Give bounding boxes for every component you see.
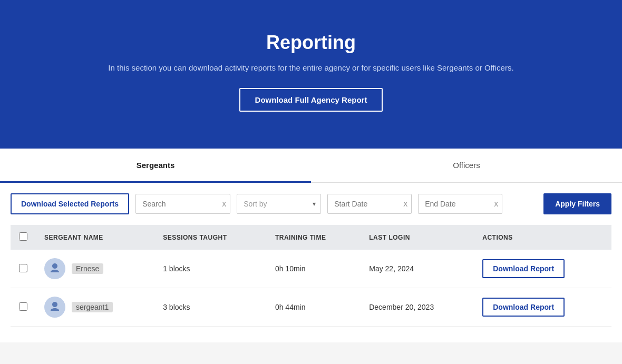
officer-icon [48,301,61,313]
row-actions-cell: Download Report [474,288,611,327]
row-checkbox-cell [11,250,36,288]
hero-section: Reporting In this section you can downlo… [0,0,622,149]
officer-name: sergeant1 [72,302,113,312]
row-last-login-cell: December 20, 2023 [361,288,474,327]
sort-by-select[interactable]: Sort by [237,194,321,214]
header-sergeant-name: Sergeant Name [36,225,154,250]
header-select [11,225,36,250]
header-actions: Actions [474,225,611,250]
download-full-agency-report-button[interactable]: Download Full Agency Report [239,88,383,112]
tab-officers[interactable]: Officers [311,149,622,183]
table-row: Ernese 1 blocks 0h 10min May 22, 2024 Do… [11,250,611,288]
download-selected-reports-button[interactable]: Download Selected Reports [11,193,129,214]
hero-subtitle: In this section you can download activit… [21,63,601,72]
search-clear-button[interactable]: x [222,200,226,208]
officer-name: Ernese [72,263,103,274]
main-content: Sergeants Officers Download Selected Rep… [0,149,622,342]
end-date-clear-button[interactable]: x [494,200,498,208]
start-date-wrapper: x [327,194,412,214]
table-row: sergeant1 3 blocks 0h 44min December 20,… [11,288,611,327]
download-report-button-1[interactable]: Download Report [482,298,565,317]
toolbar: Download Selected Reports x Sort by ▾ x … [0,183,622,225]
row-training-cell: 0h 44min [267,288,361,327]
row-training-cell: 0h 10min [267,250,361,288]
search-input[interactable] [135,194,230,214]
sort-wrapper: Sort by ▾ [237,194,321,214]
page-title: Reporting [21,32,601,54]
header-sessions-taught: Sessions Taught [154,225,267,250]
download-report-button-0[interactable]: Download Report [482,259,565,278]
row-checkbox-cell [11,288,36,327]
end-date-wrapper: x [418,194,502,214]
header-training-time: Training Time [267,225,361,250]
start-date-clear-button[interactable]: x [403,200,407,208]
officer-cell: sergeant1 [44,297,146,318]
row-sessions-cell: 3 blocks [154,288,267,327]
avatar [44,258,65,279]
row-name-cell: sergeant1 [36,288,154,327]
header-last-login: Last Login [361,225,474,250]
tabs-container: Sergeants Officers [0,149,622,183]
table-container: Sergeant Name Sessions Taught Training T… [0,225,622,342]
search-wrapper: x [135,194,230,214]
row-sessions-cell: 1 blocks [154,250,267,288]
row-name-cell: Ernese [36,250,154,288]
sergeants-table: Sergeant Name Sessions Taught Training T… [11,225,611,327]
select-all-checkbox[interactable] [19,232,27,241]
row-actions-cell: Download Report [474,250,611,288]
row-checkbox-1[interactable] [19,302,27,311]
row-last-login-cell: May 22, 2024 [361,250,474,288]
officer-icon [48,262,61,275]
start-date-input[interactable] [327,194,412,214]
avatar [44,297,65,318]
officer-cell: Ernese [44,258,146,279]
tab-sergeants[interactable]: Sergeants [0,149,311,183]
table-header-row: Sergeant Name Sessions Taught Training T… [11,225,611,250]
row-checkbox-0[interactable] [19,264,27,272]
end-date-input[interactable] [418,194,502,214]
apply-filters-button[interactable]: Apply Filters [543,193,611,214]
